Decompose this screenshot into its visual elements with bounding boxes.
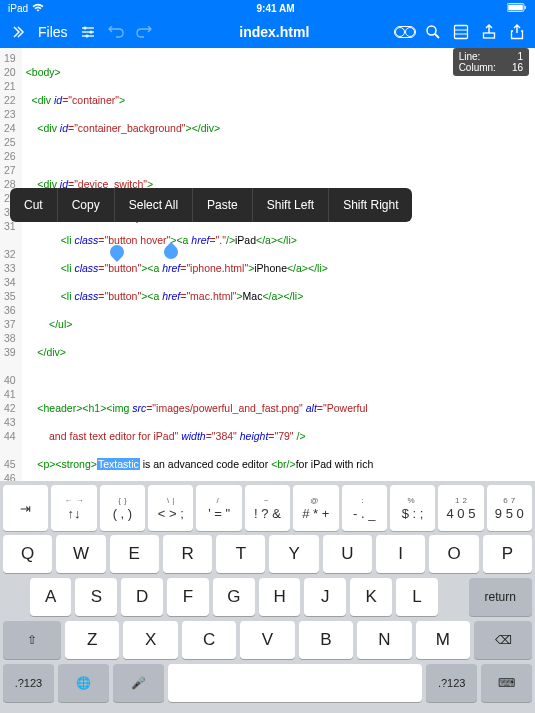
svg-point-8 [85, 34, 88, 37]
backspace-key[interactable]: ⌫ [474, 621, 532, 659]
menu-item-cut[interactable]: Cut [10, 188, 58, 222]
key-k[interactable]: K [350, 578, 392, 616]
symbols-icon[interactable] [449, 20, 473, 44]
menu-item-copy[interactable]: Copy [58, 188, 115, 222]
key-r[interactable]: R [163, 535, 212, 573]
share-icon[interactable] [505, 20, 529, 44]
menu-item-select-all[interactable]: Select All [115, 188, 193, 222]
context-menu-arrow [130, 216, 144, 223]
accessory-key-8[interactable]: %$ : ; [390, 485, 435, 531]
status-bar: iPad 9:41 AM [0, 0, 535, 16]
undo-button[interactable] [104, 20, 128, 44]
svg-rect-11 [455, 26, 468, 39]
accessory-key-1[interactable]: ←→↑↓ [51, 485, 96, 531]
line-gutter: 19202122232425262728293031 3233343536373… [0, 48, 22, 508]
menu-item-shift-right[interactable]: Shift Right [329, 188, 412, 222]
svg-point-4 [83, 26, 86, 29]
key-c[interactable]: C [182, 621, 236, 659]
menu-item-shift-left[interactable]: Shift Left [253, 188, 329, 222]
key-j[interactable]: J [304, 578, 346, 616]
accessory-key-0[interactable]: ⇥ [3, 485, 48, 531]
key-o[interactable]: O [429, 535, 478, 573]
preview-icon[interactable] [393, 20, 417, 44]
svg-rect-1 [508, 4, 523, 10]
battery-icon [507, 3, 527, 14]
key-g[interactable]: G [213, 578, 255, 616]
globe-key[interactable]: 🌐 [58, 664, 109, 702]
status-time: 9:41 AM [44, 3, 507, 14]
svg-line-10 [435, 34, 439, 38]
space-key[interactable] [168, 664, 423, 702]
key-z[interactable]: Z [65, 621, 119, 659]
cursor-position-indicator: Line:1 Column:16 [453, 48, 529, 76]
key-w[interactable]: W [56, 535, 105, 573]
search-icon[interactable] [421, 20, 445, 44]
key-x[interactable]: X [123, 621, 177, 659]
accessory-key-7[interactable]: :- . _ [342, 485, 387, 531]
menu-expand-icon[interactable] [6, 20, 30, 44]
file-title: index.html [160, 24, 389, 40]
svg-rect-14 [484, 33, 495, 38]
key-b[interactable]: B [299, 621, 353, 659]
accessory-key-5[interactable]: ~! ? & [245, 485, 290, 531]
wifi-icon [32, 3, 44, 14]
svg-point-9 [427, 26, 436, 35]
accessory-key-6[interactable]: @# * + [293, 485, 338, 531]
accessory-key-4[interactable]: /' = " [196, 485, 241, 531]
key-n[interactable]: N [357, 621, 411, 659]
on-screen-keyboard: ⇥←→↑↓{}( , )\|< > ;/' = "~! ? &@# * +:- … [0, 481, 535, 713]
code-editor[interactable]: 19202122232425262728293031 3233343536373… [0, 48, 535, 508]
accessory-key-3[interactable]: \|< > ; [148, 485, 193, 531]
key-i[interactable]: I [376, 535, 425, 573]
key-t[interactable]: T [216, 535, 265, 573]
accessory-key-10[interactable]: 679 5 0 [487, 485, 532, 531]
key-y[interactable]: Y [269, 535, 318, 573]
code-area[interactable]: <body> <div id="container"> <div id="con… [22, 48, 414, 508]
key-e[interactable]: E [110, 535, 159, 573]
files-button[interactable]: Files [34, 24, 72, 40]
svg-rect-2 [525, 6, 526, 9]
key-a[interactable]: A [30, 578, 72, 616]
key-h[interactable]: H [259, 578, 301, 616]
key-f[interactable]: F [167, 578, 209, 616]
key-d[interactable]: D [121, 578, 163, 616]
device-label: iPad [8, 3, 28, 14]
key-v[interactable]: V [240, 621, 294, 659]
mic-key[interactable]: 🎤 [113, 664, 164, 702]
insert-icon[interactable] [477, 20, 501, 44]
numbers-key[interactable]: .?123 [3, 664, 54, 702]
shift-key[interactable]: ⇧ [3, 621, 61, 659]
key-m[interactable]: M [416, 621, 470, 659]
keyboard-accessory-row: ⇥←→↑↓{}( , )\|< > ;/' = "~! ? &@# * +:- … [3, 485, 532, 531]
settings-icon[interactable] [76, 20, 100, 44]
dismiss-keyboard-key[interactable]: ⌨ [481, 664, 532, 702]
accessory-key-9[interactable]: 124 0 5 [438, 485, 483, 531]
menu-item-paste[interactable]: Paste [193, 188, 253, 222]
main-toolbar: Files index.html [0, 16, 535, 48]
key-l[interactable]: L [396, 578, 438, 616]
redo-button[interactable] [132, 20, 156, 44]
key-s[interactable]: S [75, 578, 117, 616]
edit-context-menu: CutCopySelect AllPasteShift LeftShift Ri… [10, 188, 412, 222]
key-q[interactable]: Q [3, 535, 52, 573]
key-p[interactable]: P [483, 535, 532, 573]
svg-point-6 [89, 30, 92, 33]
text-selection[interactable]: Textastic [97, 458, 140, 470]
accessory-key-2[interactable]: {}( , ) [100, 485, 145, 531]
numbers-key-right[interactable]: .?123 [426, 664, 477, 702]
key-u[interactable]: U [323, 535, 372, 573]
return-key[interactable]: return [469, 578, 532, 616]
